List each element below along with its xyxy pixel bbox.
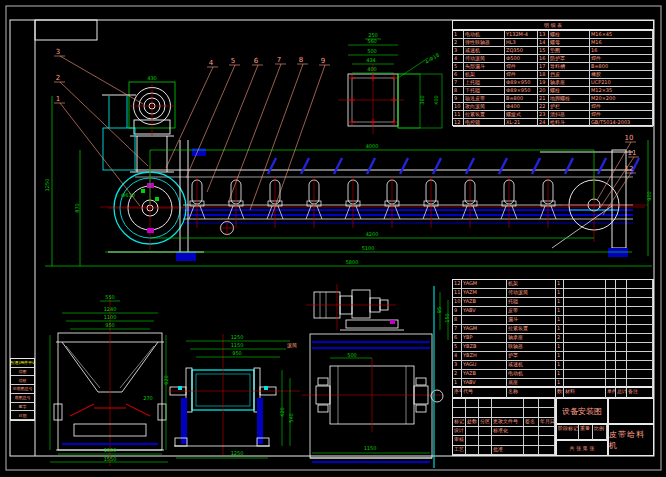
table-cell xyxy=(524,427,539,436)
svg-text:9: 9 xyxy=(321,57,325,65)
table-cell xyxy=(606,343,616,352)
table-cell: 头部漏斗 xyxy=(464,63,505,71)
strip-row: 描图 xyxy=(11,368,34,377)
table-cell: GB/T5014-2003 xyxy=(590,119,653,127)
table-cell: 分区 xyxy=(479,418,492,427)
strip-row: 签字 xyxy=(11,403,34,412)
titleblock-top-right-cell xyxy=(608,398,654,424)
table-cell: YAGM xyxy=(462,325,507,334)
table-cell xyxy=(492,408,524,417)
table-cell xyxy=(564,316,606,325)
table-cell: 上托辊 xyxy=(464,79,505,87)
table-cell: 导料槽 xyxy=(549,63,590,71)
table-cell xyxy=(606,307,616,316)
table-cell xyxy=(479,427,492,436)
table-cell xyxy=(539,436,555,445)
table-cell: 联轴器 xyxy=(507,343,556,352)
titleblock-signature-grid: 标记处数分区更改文件号签名年月日设计标准化审核工艺批准 xyxy=(452,398,556,456)
table-cell: Ф89×950 xyxy=(505,87,538,95)
table-cell xyxy=(564,343,606,352)
table-cell: 5 xyxy=(453,343,462,352)
table-cell: HL3 xyxy=(505,39,538,47)
strip-row: 描校 xyxy=(11,376,34,385)
table-cell: B=800 xyxy=(505,95,538,103)
table-cell xyxy=(492,436,524,445)
table-cell xyxy=(627,334,653,343)
table-cell: 处数 xyxy=(466,418,479,427)
table-cell: 焊件 xyxy=(505,71,538,79)
table-cell: YBZH xyxy=(462,352,507,361)
svg-text:950: 950 xyxy=(105,322,115,328)
svg-text:1250: 1250 xyxy=(231,450,244,456)
table-cell: 螺栓 xyxy=(549,31,590,39)
table-cell xyxy=(616,325,627,334)
svg-text:2: 2 xyxy=(56,74,60,82)
table-cell: 传动滚筒 xyxy=(464,55,505,63)
svg-text:1100: 1100 xyxy=(104,314,117,320)
table-cell: 7 xyxy=(453,79,464,87)
svg-text:1300: 1300 xyxy=(104,447,117,453)
table-cell: ZQ350 xyxy=(505,47,538,55)
table-cell: 5 xyxy=(453,63,464,71)
table-cell: 减速机 xyxy=(464,47,505,55)
table-cell: 1 xyxy=(556,325,564,334)
svg-text:150: 150 xyxy=(444,313,450,323)
table-cell: M20×200 xyxy=(590,95,653,103)
table-cell: 比例 xyxy=(593,425,607,441)
table-cell: 漏斗 xyxy=(507,316,556,325)
product-name-text: 皮带给料机 xyxy=(609,429,653,451)
table-cell: 1 xyxy=(556,361,564,370)
table-cell: 机架 xyxy=(464,71,505,79)
svg-text:7: 7 xyxy=(277,56,281,64)
table-cell: 工艺 xyxy=(453,446,466,455)
svg-text:434: 434 xyxy=(366,57,376,63)
table-cell xyxy=(539,427,555,436)
table-cell: 挡皮 xyxy=(549,71,590,79)
table-cell xyxy=(564,289,606,298)
table-cell xyxy=(627,307,653,316)
svg-text:550: 550 xyxy=(105,294,115,300)
table-cell: 更改文件号 xyxy=(492,418,524,427)
table-cell xyxy=(539,446,555,455)
table-cell: 给料斗 xyxy=(549,119,590,127)
table-cell xyxy=(466,399,479,408)
svg-text:1250: 1250 xyxy=(231,334,244,340)
table-cell: 输送皮带 xyxy=(464,95,505,103)
table-cell: 11 xyxy=(453,111,464,119)
note-texts: 滚筒 xyxy=(287,342,297,349)
table-cell: 螺旋式 xyxy=(505,111,538,119)
table-cell xyxy=(627,325,653,334)
table-cell xyxy=(492,399,524,408)
table-cell xyxy=(606,334,616,343)
table-cell: 焊件 xyxy=(590,103,653,111)
table-cell: Ф89×950 xyxy=(505,79,538,87)
table-cell xyxy=(564,370,606,379)
svg-text:4000: 4000 xyxy=(366,143,379,149)
table-cell: M16×45 xyxy=(590,31,653,39)
parts-list-header: 序号代号名称数量材料单件总计备注 xyxy=(452,387,654,398)
parts-list-title: 明 细 表 xyxy=(452,20,654,30)
table-cell: YAGU xyxy=(462,361,507,370)
idler-stands xyxy=(189,176,556,228)
table-cell: 传动滚筒 xyxy=(507,289,556,298)
svg-text:560: 560 xyxy=(367,38,377,44)
table-cell: 机架 xyxy=(507,280,556,289)
table-cell: 1 xyxy=(453,31,464,39)
table-cell: 下托辊 xyxy=(464,87,505,95)
parts-list-title-text: 明 细 表 xyxy=(544,22,562,28)
svg-text:8: 8 xyxy=(299,56,303,64)
svg-text:Ф630: Ф630 xyxy=(121,192,135,198)
table-cell: B=800 xyxy=(590,63,653,71)
table-cell: 改向滚筒 xyxy=(464,103,505,111)
table-cell: 3 xyxy=(453,361,462,370)
table-cell xyxy=(479,399,492,408)
table-cell: 标记 xyxy=(453,418,466,427)
table-cell: 8 xyxy=(453,316,462,325)
parts-list-bottom: 12YAGM机架111YAZM传动滚筒110YAZB托辊19YABV皮带18漏斗… xyxy=(452,279,654,387)
svg-text:620: 620 xyxy=(163,375,169,385)
table-cell xyxy=(606,280,616,289)
table-cell: 24 xyxy=(538,119,549,127)
svg-text:400: 400 xyxy=(433,95,439,105)
strip-row: 旧底图总号 xyxy=(11,385,34,394)
cad-drawing-canvas[interactable]: 123456789101112 400042005100580012508704… xyxy=(0,0,666,477)
